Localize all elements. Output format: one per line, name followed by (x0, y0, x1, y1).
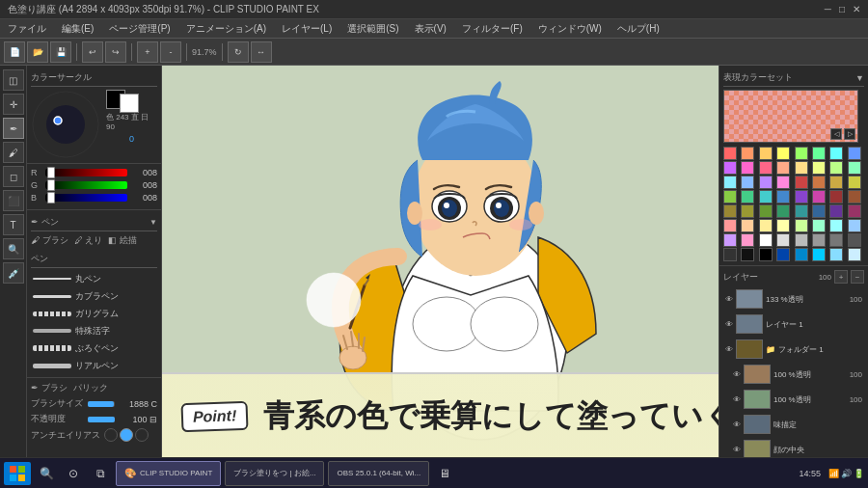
aa-opt2[interactable] (120, 428, 133, 442)
color-wheel-area[interactable]: #hw { --a: radial-gradient(circle at cen… (31, 90, 100, 159)
red-thumb[interactable] (47, 167, 55, 178)
palette-color-57[interactable] (741, 248, 754, 261)
palette-color-29[interactable] (812, 190, 826, 203)
brush-special[interactable]: 特殊活字 (31, 323, 157, 339)
palette-color-61[interactable] (812, 248, 826, 261)
palette-color-18[interactable] (759, 176, 773, 189)
green-thumb[interactable] (47, 179, 55, 191)
layer-item-3[interactable]: 👁100 %透明100 (731, 363, 864, 386)
palette-color-13[interactable] (812, 161, 826, 175)
palette-color-5[interactable] (812, 147, 826, 160)
menu-file[interactable]: ファイル (4, 22, 50, 36)
layer-item-2[interactable]: 👁📁フォルダー 1 (723, 338, 864, 361)
palette-color-59[interactable] (776, 248, 790, 261)
palette-color-9[interactable] (741, 161, 754, 175)
palette-color-37[interactable] (812, 204, 826, 218)
brush-tool-tab1[interactable]: ✒ ブラシ (31, 382, 68, 394)
palette-color-40[interactable] (723, 219, 737, 232)
palette-color-24[interactable] (723, 190, 737, 203)
layer-eye-4[interactable]: 👁 (733, 395, 741, 404)
toolbar-undo[interactable]: ↩ (82, 41, 103, 63)
brush-size-track[interactable] (88, 401, 115, 407)
palette-color-63[interactable] (848, 248, 861, 261)
tray-network[interactable]: 📶 (828, 469, 839, 478)
palette-color-10[interactable] (759, 161, 773, 175)
opacity-track[interactable] (88, 417, 115, 422)
toolbar-open[interactable]: 📂 (27, 41, 48, 63)
palette-color-3[interactable] (776, 147, 790, 160)
palette-color-52[interactable] (795, 233, 808, 247)
layer-item-0[interactable]: 👁133 %透明100 (723, 287, 864, 311)
tool-text[interactable]: T (3, 214, 24, 235)
blue-track[interactable] (45, 194, 127, 202)
palette-color-47[interactable] (848, 219, 861, 232)
palette-color-62[interactable] (829, 248, 843, 261)
menu-window[interactable]: ウィンドウ(W) (534, 22, 606, 36)
menu-filter[interactable]: フィルター(F) (458, 22, 527, 36)
brush-maru[interactable]: 丸ペン (31, 271, 157, 286)
color-wheel-svg[interactable] (31, 90, 100, 159)
palette-color-16[interactable] (723, 176, 737, 189)
taskbar-obs[interactable]: OBS 25.0.1 (64-bit, Wi... (328, 461, 429, 486)
palette-color-23[interactable] (848, 176, 861, 189)
palette-color-39[interactable] (848, 204, 861, 218)
toolbar-zoom-in[interactable]: + (137, 41, 158, 63)
palette-color-11[interactable] (776, 161, 790, 175)
tool-move[interactable]: ✛ (3, 94, 24, 115)
layer-item-1[interactable]: 👁レイヤー 1 (723, 312, 864, 336)
menu-help[interactable]: ヘルプ(H) (613, 22, 664, 36)
palette-color-35[interactable] (776, 204, 790, 218)
palette-color-21[interactable] (812, 176, 826, 189)
maximize-btn[interactable]: □ (839, 4, 845, 14)
toolbar-new[interactable]: 📄 (4, 41, 25, 63)
toolbar-zoom-out[interactable]: - (160, 41, 181, 63)
palette-btn2[interactable]: ▷ (844, 128, 855, 140)
palette-color-53[interactable] (812, 233, 826, 247)
palette-color-8[interactable] (723, 161, 737, 175)
palette-color-7[interactable] (848, 147, 861, 160)
palette-color-33[interactable] (741, 204, 754, 218)
layer-eye-6[interactable]: 👁 (733, 446, 741, 454)
palette-color-41[interactable] (741, 219, 754, 232)
palette-color-30[interactable] (829, 190, 843, 203)
layer-del-btn[interactable]: − (851, 270, 864, 284)
menu-animation[interactable]: アニメーション(A) (182, 22, 270, 36)
tray-volume[interactable]: 🔊 (841, 469, 852, 478)
palette-color-25[interactable] (741, 190, 754, 203)
minimize-btn[interactable]: ─ (825, 4, 831, 14)
tool-eraser[interactable]: ◻ (3, 166, 24, 187)
tray-battery[interactable]: 🔋 (854, 469, 864, 478)
layer-eye-1[interactable]: 👁 (725, 320, 733, 329)
palette-color-43[interactable] (776, 219, 790, 232)
taskbar-desktop[interactable]: 🖥 (433, 462, 456, 485)
taskbar-search[interactable]: 🔍 (35, 462, 58, 485)
palette-color-15[interactable] (848, 161, 861, 175)
red-track[interactable] (45, 169, 127, 176)
taskbar-start[interactable] (4, 462, 31, 485)
toolbar-redo[interactable]: ↪ (105, 41, 126, 63)
palette-color-12[interactable] (795, 161, 808, 175)
tool-eyedrop[interactable]: 💉 (3, 262, 24, 284)
palette-color-54[interactable] (829, 233, 843, 247)
palette-color-22[interactable] (829, 176, 843, 189)
layer-add-btn[interactable]: + (834, 270, 848, 284)
brush-blog[interactable]: ぶろぐペン (31, 340, 157, 356)
palette-color-28[interactable] (795, 190, 808, 203)
taskbar-cortana[interactable]: ⊙ (62, 462, 85, 485)
palette-color-44[interactable] (795, 219, 808, 232)
palette-color-60[interactable] (795, 248, 808, 261)
taskbar-taskview[interactable]: ⧉ (89, 462, 112, 485)
brush-tool-tab2[interactable]: パリック (73, 382, 108, 394)
palette-color-46[interactable] (829, 219, 843, 232)
layer-item-6[interactable]: 👁顔の中央 (731, 438, 864, 457)
tool-pen[interactable]: ✒ (3, 118, 24, 139)
layer-eye-5[interactable]: 👁 (733, 420, 741, 429)
palette-color-27[interactable] (776, 190, 790, 203)
menu-view[interactable]: 表示(V) (411, 22, 450, 36)
taskbar-brush-tutorial[interactable]: ブラシ塗りをつ | お絵... (225, 461, 324, 486)
aa-opt3[interactable] (135, 428, 149, 442)
tool-zoom[interactable]: 🔍 (3, 238, 24, 259)
palette-color-48[interactable] (723, 233, 737, 247)
toolbar-save[interactable]: 💾 (50, 41, 71, 63)
palette-color-50[interactable] (759, 233, 773, 247)
